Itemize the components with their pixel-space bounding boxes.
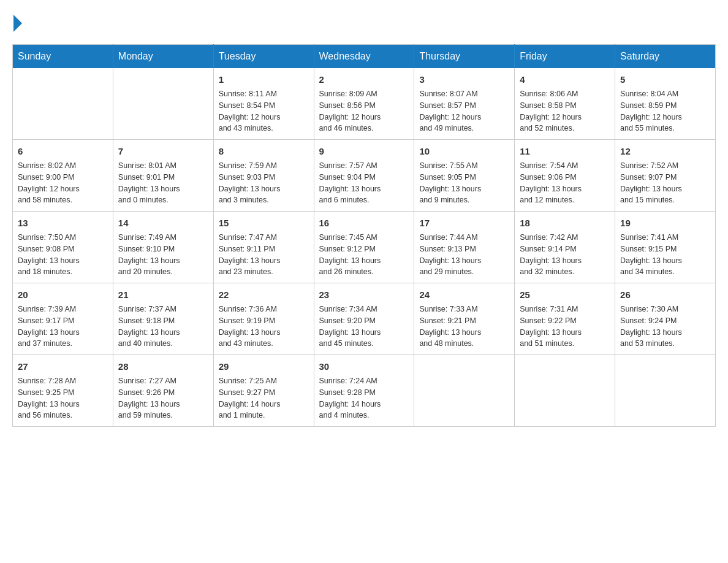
- day-number: 12: [620, 145, 710, 158]
- day-number: 4: [520, 73, 610, 86]
- week-row-3: 20Sunrise: 7:39 AM Sunset: 9:17 PM Dayli…: [13, 283, 716, 355]
- week-row-2: 13Sunrise: 7:50 AM Sunset: 9:08 PM Dayli…: [13, 212, 716, 283]
- day-info: Sunrise: 7:54 AM Sunset: 9:06 PM Dayligh…: [520, 160, 610, 206]
- day-info: Sunrise: 7:49 AM Sunset: 9:10 PM Dayligh…: [118, 232, 208, 278]
- calendar-cell: 2Sunrise: 8:09 AM Sunset: 8:56 PM Daylig…: [314, 68, 414, 140]
- day-number: 3: [419, 73, 509, 86]
- calendar-cell: 3Sunrise: 8:07 AM Sunset: 8:57 PM Daylig…: [414, 68, 515, 140]
- day-number: 9: [319, 145, 409, 158]
- day-info: Sunrise: 7:47 AM Sunset: 9:11 PM Dayligh…: [219, 232, 309, 278]
- day-info: Sunrise: 7:57 AM Sunset: 9:04 PM Dayligh…: [319, 160, 409, 206]
- day-info: Sunrise: 7:41 AM Sunset: 9:15 PM Dayligh…: [620, 232, 710, 278]
- calendar-cell: 11Sunrise: 7:54 AM Sunset: 9:06 PM Dayli…: [515, 140, 615, 212]
- day-number: 6: [18, 145, 108, 158]
- day-info: Sunrise: 7:37 AM Sunset: 9:18 PM Dayligh…: [118, 304, 208, 350]
- day-info: Sunrise: 7:50 AM Sunset: 9:08 PM Dayligh…: [18, 232, 108, 278]
- page-header: [12, 12, 716, 32]
- calendar-table: SundayMondayTuesdayWednesdayThursdayFrid…: [12, 44, 716, 427]
- day-info: Sunrise: 7:55 AM Sunset: 9:05 PM Dayligh…: [419, 160, 509, 206]
- calendar-cell: 21Sunrise: 7:37 AM Sunset: 9:18 PM Dayli…: [113, 283, 213, 355]
- day-number: 22: [219, 288, 309, 301]
- weekday-header-wednesday: Wednesday: [314, 45, 414, 69]
- day-number: 2: [319, 73, 409, 86]
- calendar-cell: 4Sunrise: 8:06 AM Sunset: 8:58 PM Daylig…: [515, 68, 615, 140]
- day-number: 20: [18, 288, 108, 301]
- calendar-cell: [13, 68, 113, 140]
- day-info: Sunrise: 7:52 AM Sunset: 9:07 PM Dayligh…: [620, 160, 710, 206]
- day-info: Sunrise: 7:27 AM Sunset: 9:26 PM Dayligh…: [118, 375, 208, 421]
- day-number: 17: [419, 216, 509, 229]
- calendar-cell: 27Sunrise: 7:28 AM Sunset: 9:25 PM Dayli…: [13, 355, 113, 427]
- day-info: Sunrise: 8:06 AM Sunset: 8:58 PM Dayligh…: [520, 88, 610, 134]
- day-number: 18: [520, 216, 610, 229]
- day-number: 13: [18, 216, 108, 229]
- calendar-cell: 26Sunrise: 7:30 AM Sunset: 9:24 PM Dayli…: [615, 283, 716, 355]
- day-number: 23: [319, 288, 409, 301]
- calendar-cell: 15Sunrise: 7:47 AM Sunset: 9:11 PM Dayli…: [213, 212, 314, 283]
- day-info: Sunrise: 7:45 AM Sunset: 9:12 PM Dayligh…: [319, 232, 409, 278]
- day-number: 14: [118, 216, 208, 229]
- calendar-cell: 7Sunrise: 8:01 AM Sunset: 9:01 PM Daylig…: [113, 140, 213, 212]
- day-number: 27: [18, 360, 108, 373]
- day-number: 19: [620, 216, 710, 229]
- calendar-cell: 19Sunrise: 7:41 AM Sunset: 9:15 PM Dayli…: [615, 212, 716, 283]
- day-info: Sunrise: 7:25 AM Sunset: 9:27 PM Dayligh…: [219, 375, 309, 421]
- calendar-cell: 20Sunrise: 7:39 AM Sunset: 9:17 PM Dayli…: [13, 283, 113, 355]
- week-row-0: 1Sunrise: 8:11 AM Sunset: 8:54 PM Daylig…: [13, 68, 716, 140]
- day-info: Sunrise: 7:33 AM Sunset: 9:21 PM Dayligh…: [419, 304, 509, 350]
- day-info: Sunrise: 8:02 AM Sunset: 9:00 PM Dayligh…: [18, 160, 108, 206]
- calendar-cell: [615, 355, 716, 427]
- calendar-cell: 28Sunrise: 7:27 AM Sunset: 9:26 PM Dayli…: [113, 355, 213, 427]
- day-info: Sunrise: 8:11 AM Sunset: 8:54 PM Dayligh…: [219, 88, 309, 134]
- calendar-cell: 17Sunrise: 7:44 AM Sunset: 9:13 PM Dayli…: [414, 212, 515, 283]
- week-row-4: 27Sunrise: 7:28 AM Sunset: 9:25 PM Dayli…: [13, 355, 716, 427]
- calendar-cell: [515, 355, 615, 427]
- day-number: 8: [219, 145, 309, 158]
- day-number: 16: [319, 216, 409, 229]
- calendar-cell: [414, 355, 515, 427]
- day-info: Sunrise: 7:28 AM Sunset: 9:25 PM Dayligh…: [18, 375, 108, 421]
- day-number: 21: [118, 288, 208, 301]
- calendar-cell: 6Sunrise: 8:02 AM Sunset: 9:00 PM Daylig…: [13, 140, 113, 212]
- weekday-header-saturday: Saturday: [615, 45, 716, 69]
- day-info: Sunrise: 7:39 AM Sunset: 9:17 PM Dayligh…: [18, 304, 108, 350]
- calendar-cell: 29Sunrise: 7:25 AM Sunset: 9:27 PM Dayli…: [213, 355, 314, 427]
- weekday-header-thursday: Thursday: [414, 45, 515, 69]
- day-number: 30: [319, 360, 409, 373]
- weekday-header-tuesday: Tuesday: [213, 45, 314, 69]
- day-info: Sunrise: 7:36 AM Sunset: 9:19 PM Dayligh…: [219, 304, 309, 350]
- calendar-cell: 25Sunrise: 7:31 AM Sunset: 9:22 PM Dayli…: [515, 283, 615, 355]
- day-number: 28: [118, 360, 208, 373]
- day-number: 10: [419, 145, 509, 158]
- day-number: 5: [620, 73, 710, 86]
- day-info: Sunrise: 7:44 AM Sunset: 9:13 PM Dayligh…: [419, 232, 509, 278]
- day-info: Sunrise: 7:59 AM Sunset: 9:03 PM Dayligh…: [219, 160, 309, 206]
- day-number: 15: [219, 216, 309, 229]
- day-number: 29: [219, 360, 309, 373]
- calendar-cell: 30Sunrise: 7:24 AM Sunset: 9:28 PM Dayli…: [314, 355, 414, 427]
- calendar-cell: 12Sunrise: 7:52 AM Sunset: 9:07 PM Dayli…: [615, 140, 716, 212]
- day-info: Sunrise: 8:09 AM Sunset: 8:56 PM Dayligh…: [319, 88, 409, 134]
- weekday-header-sunday: Sunday: [13, 45, 113, 69]
- weekday-header-monday: Monday: [113, 45, 213, 69]
- calendar-cell: 23Sunrise: 7:34 AM Sunset: 9:20 PM Dayli…: [314, 283, 414, 355]
- day-number: 25: [520, 288, 610, 301]
- week-row-1: 6Sunrise: 8:02 AM Sunset: 9:00 PM Daylig…: [13, 140, 716, 212]
- calendar-cell: 5Sunrise: 8:04 AM Sunset: 8:59 PM Daylig…: [615, 68, 716, 140]
- weekday-header-friday: Friday: [515, 45, 615, 69]
- calendar-cell: [113, 68, 213, 140]
- calendar-cell: 10Sunrise: 7:55 AM Sunset: 9:05 PM Dayli…: [414, 140, 515, 212]
- calendar-cell: 14Sunrise: 7:49 AM Sunset: 9:10 PM Dayli…: [113, 212, 213, 283]
- calendar-cell: 18Sunrise: 7:42 AM Sunset: 9:14 PM Dayli…: [515, 212, 615, 283]
- day-number: 11: [520, 145, 610, 158]
- weekday-header-row: SundayMondayTuesdayWednesdayThursdayFrid…: [13, 45, 716, 69]
- day-info: Sunrise: 7:24 AM Sunset: 9:28 PM Dayligh…: [319, 375, 409, 421]
- calendar-cell: 1Sunrise: 8:11 AM Sunset: 8:54 PM Daylig…: [213, 68, 314, 140]
- day-info: Sunrise: 7:42 AM Sunset: 9:14 PM Dayligh…: [520, 232, 610, 278]
- day-info: Sunrise: 7:31 AM Sunset: 9:22 PM Dayligh…: [520, 304, 610, 350]
- calendar-cell: 16Sunrise: 7:45 AM Sunset: 9:12 PM Dayli…: [314, 212, 414, 283]
- calendar-cell: 22Sunrise: 7:36 AM Sunset: 9:19 PM Dayli…: [213, 283, 314, 355]
- day-info: Sunrise: 8:04 AM Sunset: 8:59 PM Dayligh…: [620, 88, 710, 134]
- day-number: 1: [219, 73, 309, 86]
- day-info: Sunrise: 8:01 AM Sunset: 9:01 PM Dayligh…: [118, 160, 208, 206]
